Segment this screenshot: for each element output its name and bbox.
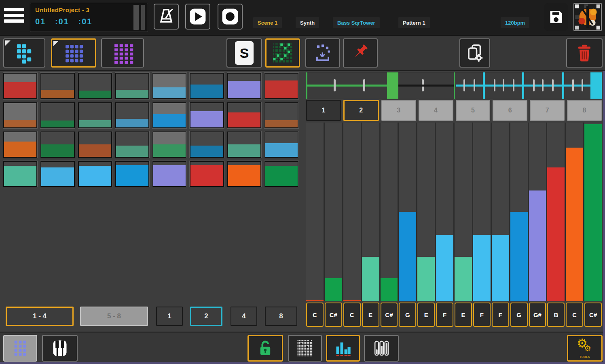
play-button[interactable]: [185, 4, 210, 30]
note-label-15[interactable]: C: [566, 303, 583, 327]
position-timeline[interactable]: [306, 72, 602, 99]
bar-select-button-7[interactable]: 7: [530, 100, 565, 121]
scene-chip[interactable]: Scene 1: [253, 17, 282, 28]
velocity-column-6[interactable]: [399, 123, 416, 301]
keyboard-panel-button[interactable]: [42, 335, 78, 362]
pad-16[interactable]: [264, 102, 298, 129]
pad-18[interactable]: [40, 131, 74, 158]
pad-26[interactable]: [40, 161, 74, 187]
step-pattern-view-button[interactable]: [288, 335, 322, 362]
pad-11[interactable]: [78, 102, 112, 129]
note-label-11[interactable]: F: [492, 303, 509, 327]
step-grid-tab[interactable]: [51, 38, 96, 68]
project-display[interactable]: UntitledProject - 3 01 :01 :01: [30, 3, 148, 32]
pad-32[interactable]: [264, 161, 298, 187]
velocity-column-1[interactable]: [306, 123, 324, 301]
lock-button[interactable]: [248, 335, 283, 362]
metronome-button[interactable]: [154, 4, 179, 30]
pad-30[interactable]: [190, 161, 224, 187]
velocity-column-15[interactable]: [566, 123, 583, 301]
pad-17[interactable]: [3, 131, 37, 158]
velocity-column-5[interactable]: [381, 123, 398, 301]
bar-select-button-6[interactable]: 6: [493, 100, 527, 121]
velocity-column-11[interactable]: [492, 123, 509, 301]
velocity-column-7[interactable]: [417, 123, 435, 301]
velocity-column-14[interactable]: [547, 123, 565, 301]
pad-14[interactable]: [190, 102, 224, 129]
velocity-column-10[interactable]: [473, 123, 491, 301]
pad-13[interactable]: [152, 102, 186, 129]
bar-range-button-1[interactable]: 1: [156, 307, 183, 326]
synth-chip[interactable]: Synth: [296, 17, 319, 28]
note-label-4[interactable]: E: [362, 303, 379, 327]
bar-select-button-2[interactable]: 2: [343, 100, 379, 121]
note-label-3[interactable]: C: [343, 303, 361, 327]
velocity-bars-view-button[interactable]: [326, 335, 360, 362]
note-label-14[interactable]: B: [547, 303, 565, 327]
pad-5[interactable]: [152, 73, 186, 99]
bar-range-button-1-4[interactable]: 1 - 4: [6, 307, 74, 326]
note-label-16[interactable]: C#: [584, 303, 602, 327]
track-name-chip[interactable]: Bass SqrTower: [333, 17, 380, 28]
note-label-1[interactable]: C: [306, 303, 324, 327]
bar-select-button-8[interactable]: 8: [567, 100, 602, 121]
pad-23[interactable]: [227, 131, 261, 158]
record-button[interactable]: [218, 4, 243, 30]
menu-button[interactable]: [4, 8, 24, 27]
app-logo[interactable]: [573, 3, 602, 31]
note-label-6[interactable]: G: [399, 303, 416, 327]
note-collect-button[interactable]: [305, 38, 340, 68]
pattern-chip[interactable]: Pattern 1: [398, 17, 430, 28]
pad-25[interactable]: [3, 161, 37, 187]
bpm-chip[interactable]: 120bpm: [501, 17, 529, 28]
pad-21[interactable]: [152, 131, 186, 158]
pad-8[interactable]: [264, 73, 298, 99]
pad-27[interactable]: [78, 161, 112, 187]
pad-12[interactable]: [115, 102, 149, 129]
velocity-column-4[interactable]: [362, 123, 379, 301]
timeline-playhead[interactable]: [387, 72, 398, 99]
velocity-column-2[interactable]: [325, 123, 342, 301]
bar-select-button-1[interactable]: 1: [306, 100, 341, 121]
pad-10[interactable]: [40, 102, 74, 129]
pin-button[interactable]: [343, 38, 378, 68]
solo-button[interactable]: S: [226, 38, 262, 68]
drum-columns-tab[interactable]: [101, 38, 144, 68]
pad-22[interactable]: [190, 131, 224, 158]
velocity-column-12[interactable]: [510, 123, 528, 301]
pad-29[interactable]: [152, 161, 186, 187]
bar-range-button-8[interactable]: 8: [265, 307, 297, 326]
velocity-column-8[interactable]: [436, 123, 453, 301]
pads-panel-button[interactable]: [3, 335, 37, 362]
bar-range-button-5-8[interactable]: 5 - 8: [80, 307, 148, 326]
velocity-column-16[interactable]: [584, 123, 602, 301]
pad-24[interactable]: [264, 131, 298, 158]
copy-settings-button[interactable]: [459, 38, 490, 68]
note-label-2[interactable]: C#: [325, 303, 342, 327]
pad-31[interactable]: [227, 161, 261, 187]
note-label-10[interactable]: F: [473, 303, 491, 327]
pad-2[interactable]: [40, 73, 74, 99]
bar-select-button-5[interactable]: 5: [456, 100, 491, 121]
bar-select-button-4[interactable]: 4: [419, 100, 453, 121]
note-label-12[interactable]: G: [510, 303, 528, 327]
pad-1[interactable]: [3, 73, 37, 99]
level-bars-view-button[interactable]: [364, 335, 399, 362]
note-label-8[interactable]: F: [436, 303, 453, 327]
pattern-overview-toggle[interactable]: [265, 38, 300, 68]
bar-range-button-4[interactable]: 4: [231, 307, 257, 326]
tools-button[interactable]: ⚙⚙ TOOLS: [567, 335, 603, 362]
velocity-column-3[interactable]: [343, 123, 361, 301]
note-label-9[interactable]: E: [455, 303, 472, 327]
pad-4[interactable]: [115, 73, 149, 99]
note-label-13[interactable]: G#: [529, 303, 546, 327]
pad-19[interactable]: [78, 131, 112, 158]
velocity-column-9[interactable]: [455, 123, 472, 301]
pad-7[interactable]: [227, 73, 261, 99]
note-label-7[interactable]: E: [417, 303, 435, 327]
note-label-5[interactable]: C#: [381, 303, 398, 327]
save-button[interactable]: [544, 3, 568, 31]
pad-28[interactable]: [115, 161, 149, 187]
pad-20[interactable]: [115, 131, 149, 158]
bar-range-button-2[interactable]: 2: [190, 307, 222, 326]
